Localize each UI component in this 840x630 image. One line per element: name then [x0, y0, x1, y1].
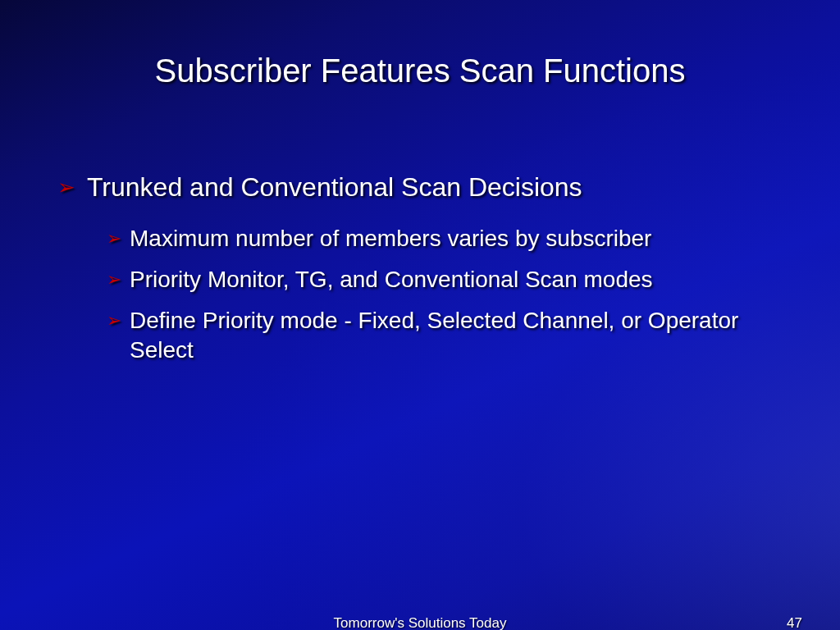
bullet-level2-text: Maximum number of members varies by subs… — [130, 224, 651, 253]
arrow-icon: ➢ — [57, 171, 75, 203]
arrow-icon: ➢ — [107, 224, 121, 253]
arrow-icon: ➢ — [107, 306, 121, 365]
bullet-level2: ➢ Priority Monitor, TG, and Conventional… — [107, 265, 783, 294]
page-number: 47 — [787, 615, 802, 630]
bullet-level2-text: Define Priority mode - Fixed, Selected C… — [130, 306, 778, 365]
bullet-level1-text: Trunked and Conventional Scan Decisions — [87, 171, 582, 203]
footer-text: Tomorrow's Solutions Today — [0, 615, 840, 630]
bullet-level2: ➢ Maximum number of members varies by su… — [107, 224, 783, 253]
slide-content: ➢ Trunked and Conventional Scan Decision… — [57, 171, 783, 365]
slide-title: Subscriber Features Scan Functions — [57, 52, 783, 89]
arrow-icon: ➢ — [107, 265, 121, 294]
bullet-level2-text: Priority Monitor, TG, and Conventional S… — [130, 265, 653, 294]
bullet-level2: ➢ Define Priority mode - Fixed, Selected… — [107, 306, 783, 365]
bullet-level1: ➢ Trunked and Conventional Scan Decision… — [57, 171, 783, 203]
slide: Subscriber Features Scan Functions ➢ Tru… — [0, 0, 840, 630]
